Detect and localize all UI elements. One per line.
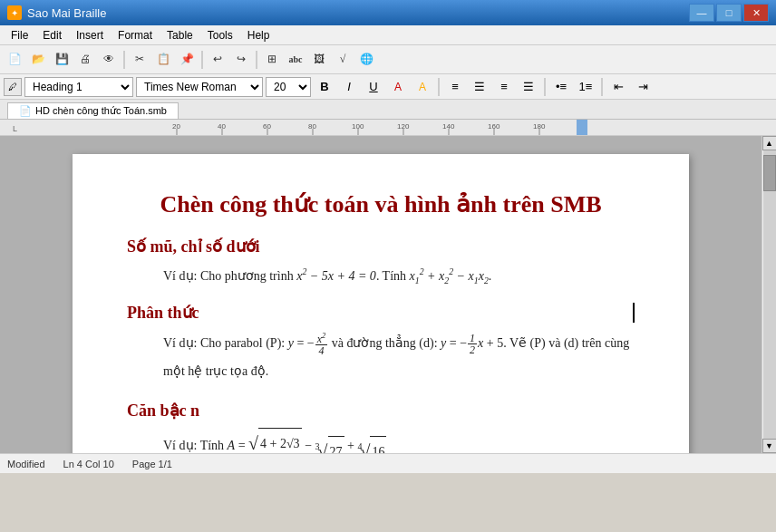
menu-bar: File Edit Insert Format Table Tools Help [0, 25, 776, 45]
table-button[interactable]: ⊞ [261, 49, 283, 71]
align-right[interactable]: ≡ [493, 77, 515, 97]
separator-1 [123, 51, 125, 69]
sqrt-content-3: 16 [370, 436, 386, 453]
cube-root: 3 √ 27 [315, 436, 344, 453]
fraction-1: x24 [315, 333, 328, 356]
underline-button[interactable]: U [363, 77, 384, 97]
window-controls: — □ ✕ [689, 4, 769, 22]
separator-5 [544, 78, 546, 96]
separator-4 [438, 78, 440, 96]
scroll-track [763, 150, 776, 439]
tab-bar: 📄 HD chèn công thức Toán.smb [0, 100, 776, 120]
document-title: Chèn công thức toán và hình ảnh trên SMB [127, 190, 635, 218]
toolbar: 📄 📂 💾 🖨 👁 ✂ 📋 📌 ↩ ↪ ⊞ abc 🖼 √ 🌐 [0, 45, 776, 74]
main-area: Chèn công thức toán và hình ảnh trên SMB… [0, 136, 776, 453]
size-select[interactable]: 20 [266, 77, 311, 97]
paste-button[interactable]: 📌 [176, 49, 198, 71]
cut-button[interactable]: ✂ [129, 49, 150, 71]
abc-button[interactable]: abc [285, 49, 306, 71]
menu-tools[interactable]: Tools [200, 27, 240, 44]
menu-file[interactable]: File [4, 27, 35, 44]
style-select[interactable]: Heading 1 [24, 77, 133, 97]
align-left[interactable]: ≡ [444, 77, 466, 97]
align-center[interactable]: ☰ [469, 77, 490, 97]
indent-decrease[interactable]: ⇤ [607, 77, 629, 97]
status-bar: Modified Ln 4 Col 10 Page 1/1 [0, 453, 776, 473]
sqrt-content-2: 27 [328, 436, 344, 453]
svg-text:160: 160 [488, 122, 500, 131]
root-index-4: 4 [357, 436, 362, 453]
svg-text:L: L [13, 124, 17, 133]
math-expr-2: x12 + x22 − x1x2 [410, 269, 489, 283]
close-button[interactable]: ✕ [743, 4, 769, 22]
menu-insert[interactable]: Insert [69, 27, 111, 44]
svg-text:140: 140 [442, 122, 455, 131]
section-heading-1: Số mũ, chỉ số dưới [127, 237, 635, 256]
example-3: Ví dụ: Tính A = √ 4 + 2√3 − 3 √ 27 + 4 [163, 428, 635, 453]
svg-rect-21 [577, 120, 587, 136]
app-icon: ✦ [7, 5, 22, 20]
math-button[interactable]: √ [332, 49, 354, 71]
menu-format[interactable]: Format [111, 27, 160, 44]
menu-table[interactable]: Table [160, 27, 200, 44]
numbering-button[interactable]: 1≡ [575, 77, 597, 97]
sqrt-expr-2: √ 27 [318, 436, 344, 453]
page-status: Page 1/1 [132, 459, 172, 469]
italic-button[interactable]: I [338, 77, 360, 97]
svg-rect-0 [0, 120, 776, 136]
root-index-3: 3 [315, 436, 320, 453]
fourth-root: 4 √ 16 [357, 436, 386, 453]
separator-3 [256, 51, 257, 69]
bold-button[interactable]: B [314, 77, 335, 97]
section-heading-2: Phân thức [127, 303, 635, 323]
fraction-2: 12 [468, 333, 477, 355]
highlight-button[interactable]: A [412, 77, 433, 97]
font-select[interactable]: Times New Roman [136, 77, 263, 97]
svg-text:120: 120 [397, 122, 410, 131]
sqrt-sign-1: √ [248, 434, 258, 452]
svg-text:180: 180 [533, 122, 546, 131]
preview-button[interactable]: 👁 [98, 49, 120, 71]
maximize-button[interactable]: □ [716, 4, 742, 22]
open-button[interactable]: 📂 [27, 49, 49, 71]
document-tab[interactable]: 📄 HD chèn công thức Toán.smb [7, 102, 179, 119]
copy-button[interactable]: 📋 [152, 49, 174, 71]
page[interactable]: Chèn công thức toán và hình ảnh trên SMB… [73, 154, 689, 453]
print-button[interactable]: 🖨 [74, 49, 96, 71]
sqrt-expr-3: √ 16 [360, 436, 386, 453]
sqrt-expr-1: √ 4 + 2√3 [248, 428, 302, 453]
math-expr-1: x2 − 5x + 4 = 0 [296, 269, 376, 283]
minimize-button[interactable]: — [689, 4, 714, 22]
new-button[interactable]: 📄 [4, 49, 25, 71]
window-title: Sao Mai Braille [27, 6, 106, 20]
scroll-up-button[interactable]: ▲ [762, 136, 777, 150]
format-bar: 🖊 Heading 1 Times New Roman 20 B I U A A… [0, 74, 776, 100]
web-button[interactable]: 🌐 [355, 49, 377, 71]
image-button[interactable]: 🖼 [308, 49, 330, 71]
save-button[interactable]: 💾 [51, 49, 73, 71]
align-justify[interactable]: ☰ [518, 77, 539, 97]
svg-text:80: 80 [308, 122, 316, 131]
svg-text:20: 20 [172, 122, 180, 131]
example-2: Ví dụ: Cho parabol (P): y = −x24 và đườn… [163, 330, 635, 386]
separator-6 [601, 78, 603, 96]
ruler: L 20 40 60 80 100 120 140 160 180 [0, 120, 776, 136]
svg-text:100: 100 [352, 122, 364, 131]
sqrt-content-1: 4 + 2√3 [258, 428, 302, 453]
bullets-button[interactable]: •≡ [550, 77, 572, 97]
menu-edit[interactable]: Edit [35, 27, 69, 44]
modified-status: Modified [7, 459, 45, 469]
undo-button[interactable]: ↩ [207, 49, 228, 71]
scroll-down-button[interactable]: ▼ [762, 439, 777, 453]
title-bar: ✦ Sao Mai Braille — □ ✕ [0, 0, 776, 25]
scroll-thumb[interactable] [763, 155, 776, 191]
document-area: Chèn công thức toán và hình ảnh trên SMB… [0, 136, 761, 453]
svg-text:40: 40 [218, 122, 226, 131]
redo-button[interactable]: ↪ [230, 49, 252, 71]
position-status: Ln 4 Col 10 [63, 459, 114, 469]
font-color-button[interactable]: A [387, 77, 409, 97]
indent-increase[interactable]: ⇥ [632, 77, 654, 97]
svg-text:60: 60 [263, 122, 271, 131]
scrollbar[interactable]: ▲ ▼ [761, 136, 776, 453]
menu-help[interactable]: Help [240, 27, 277, 44]
